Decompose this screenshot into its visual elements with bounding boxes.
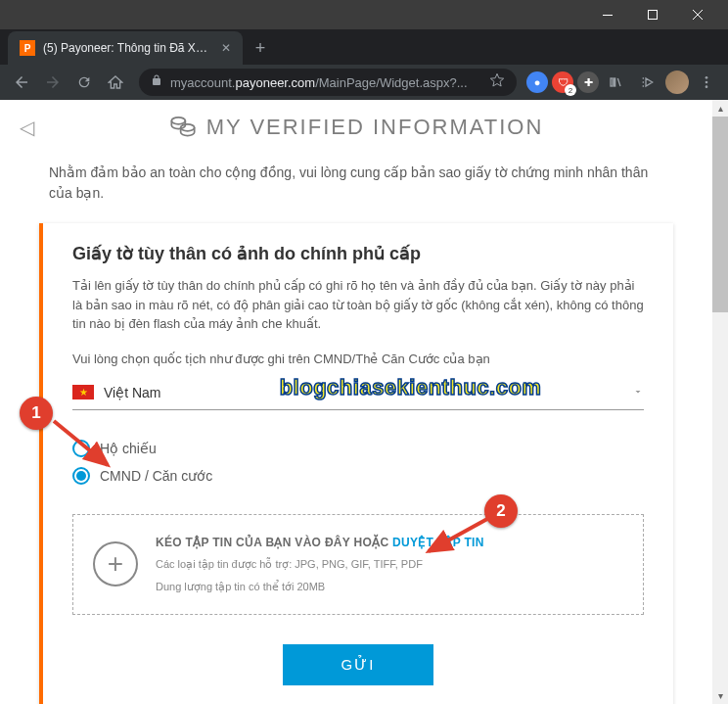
card-description: Tải lên giấy tờ tùy thân do chính phủ cấ… (72, 276, 644, 334)
svg-point-6 (705, 85, 708, 88)
address-bar[interactable]: myaccount.payoneer.com/MainPage/Widget.a… (139, 69, 517, 96)
window-minimize[interactable] (585, 0, 630, 29)
page-back-icon[interactable]: ◁ (20, 116, 34, 139)
submit-button[interactable]: GỬI (283, 644, 434, 685)
profile-avatar[interactable] (665, 70, 689, 94)
coins-icon (169, 112, 197, 143)
form-card: Giấy tờ tùy thân có ảnh do chính phủ cấp… (39, 223, 673, 704)
page-title: MY VERIFIED INFORMATION (206, 115, 544, 140)
upload-hint-size: Dung lượng tập tin có thể tới 20MB (156, 579, 623, 595)
window-maximize[interactable] (630, 0, 675, 29)
radio-idcard-label: CMND / Căn cước (100, 468, 212, 484)
extension-2-icon[interactable]: 🛡2 (552, 71, 573, 93)
chevron-down-icon (632, 384, 644, 401)
tab-close-icon[interactable]: ✕ (221, 41, 231, 55)
svg-point-4 (705, 76, 708, 79)
media-control-icon[interactable] (634, 69, 661, 96)
vertical-scrollbar[interactable]: ▴ ▾ (712, 100, 728, 704)
nav-reload-icon[interactable] (70, 69, 98, 96)
svg-rect-0 (603, 15, 613, 16)
upload-dropzone[interactable]: + KÉO TẬP TIN CỦA BẠN VÀO ĐÂY HOẶC DUYỆT… (72, 514, 644, 616)
menu-icon[interactable] (693, 69, 720, 96)
nationality-value: Việt Nam (104, 385, 632, 400)
upload-hint-formats: Các loại tập tin được hỗ trợ: JPG, PNG, … (156, 556, 623, 573)
nav-forward-icon (39, 69, 67, 96)
intro-text: Nhằm đảm bảo an toàn cho cộng đồng, vui … (49, 163, 663, 204)
radio-passport-label: Hộ chiếu (100, 441, 157, 456)
url-text: myaccount.payoneer.com/MainPage/Widget.a… (170, 75, 481, 90)
extension-3-icon[interactable]: ✚ (577, 71, 599, 93)
tab-title: (5) Payoneer: Thông tin Đã Xác m (43, 41, 213, 55)
card-title: Giấy tờ tùy thân có ảnh do chính phủ cấp (72, 243, 644, 264)
main-content: ◁ MY VERIFIED INFORMATION Nhằm đảm bảo a… (0, 100, 712, 704)
extension-1-icon[interactable]: ● (526, 71, 548, 93)
lock-icon (151, 73, 162, 91)
svg-rect-3 (614, 78, 614, 86)
upload-plus-icon[interactable]: + (93, 541, 138, 587)
scroll-thumb[interactable] (712, 117, 728, 312)
browse-link[interactable]: DUYỆT TẬP TIN (392, 536, 484, 549)
svg-rect-2 (611, 78, 613, 86)
bookmark-star-icon[interactable] (489, 72, 505, 92)
extension-4-icon[interactable] (603, 69, 630, 96)
window-close[interactable] (675, 0, 720, 29)
nationality-dropdown[interactable]: ★ Việt Nam blogchiasekienthuc.com (72, 376, 644, 410)
radio-checked-icon (72, 467, 90, 485)
radio-unchecked-icon (72, 440, 90, 457)
nav-back-icon[interactable] (8, 69, 35, 96)
vietnam-flag-icon: ★ (72, 385, 94, 399)
scroll-down-icon[interactable]: ▾ (712, 687, 728, 704)
svg-rect-1 (649, 11, 658, 20)
radio-idcard[interactable]: CMND / Căn cước (72, 467, 644, 485)
browser-tab[interactable]: P (5) Payoneer: Thông tin Đã Xác m ✕ (8, 31, 243, 65)
new-tab-button[interactable]: + (247, 34, 274, 62)
radio-passport[interactable]: Hộ chiếu (72, 440, 644, 457)
nationality-label: Vui lòng chọn quốc tịch như được ghi trê… (72, 352, 644, 366)
upload-title: KÉO TẬP TIN CỦA BẠN VÀO ĐÂY HOẶC DUYỆT T… (156, 535, 623, 551)
svg-point-7 (171, 117, 185, 124)
document-type-radio-group: Hộ chiếu CMND / Căn cước (72, 440, 644, 485)
browser-toolbar: myaccount.payoneer.com/MainPage/Widget.a… (0, 65, 728, 100)
tab-strip: P (5) Payoneer: Thông tin Đã Xác m ✕ + (0, 29, 728, 65)
scroll-up-icon[interactable]: ▴ (712, 100, 728, 117)
payoneer-favicon-icon: P (20, 40, 35, 56)
window-titlebar (0, 0, 728, 29)
nav-home-icon[interactable] (102, 69, 129, 96)
svg-point-5 (705, 81, 708, 84)
